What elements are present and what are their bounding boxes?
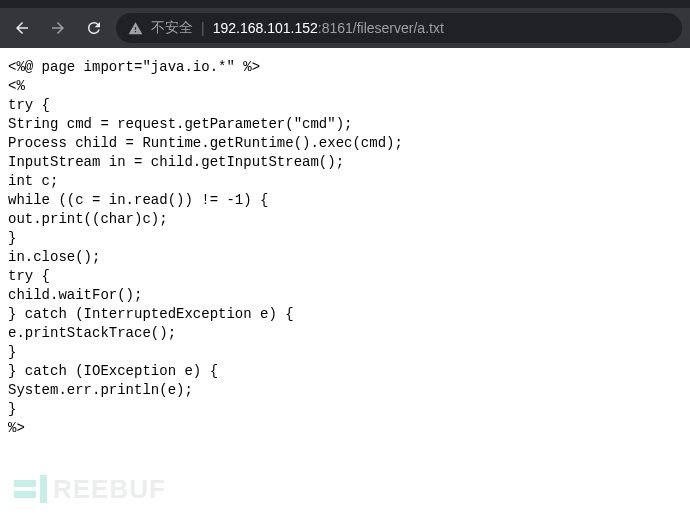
url-host: 192.168.101.152 (213, 20, 318, 36)
url-text: 192.168.101.152:8161/fileserver/a.txt (213, 20, 444, 36)
forward-button[interactable] (44, 14, 72, 42)
watermark-text: REEBUF (53, 480, 166, 499)
browser-toolbar: 不安全 | 192.168.101.152:8161/fileserver/a.… (0, 8, 690, 48)
reload-button[interactable] (80, 14, 108, 42)
tab-strip (0, 0, 690, 8)
watermark: REEBUF (14, 475, 166, 503)
arrow-left-icon (13, 19, 31, 37)
security-label: 不安全 (151, 19, 193, 37)
back-button[interactable] (8, 14, 36, 42)
watermark-bars-icon (14, 480, 36, 498)
page-body-text: <%@ page import="java.io.*" %> <% try { … (8, 59, 403, 436)
watermark-vert-icon (40, 475, 47, 503)
arrow-right-icon (49, 19, 67, 37)
not-secure-icon (128, 21, 143, 36)
address-bar[interactable]: 不安全 | 192.168.101.152:8161/fileserver/a.… (116, 13, 682, 43)
browser-window: 不安全 | 192.168.101.152:8161/fileserver/a.… (0, 0, 690, 517)
addrbar-divider: | (201, 20, 205, 36)
reload-icon (85, 19, 103, 37)
url-path: /fileserver/a.txt (353, 20, 444, 36)
page-content: <%@ page import="java.io.*" %> <% try { … (0, 48, 690, 517)
url-port: :8161 (318, 20, 353, 36)
